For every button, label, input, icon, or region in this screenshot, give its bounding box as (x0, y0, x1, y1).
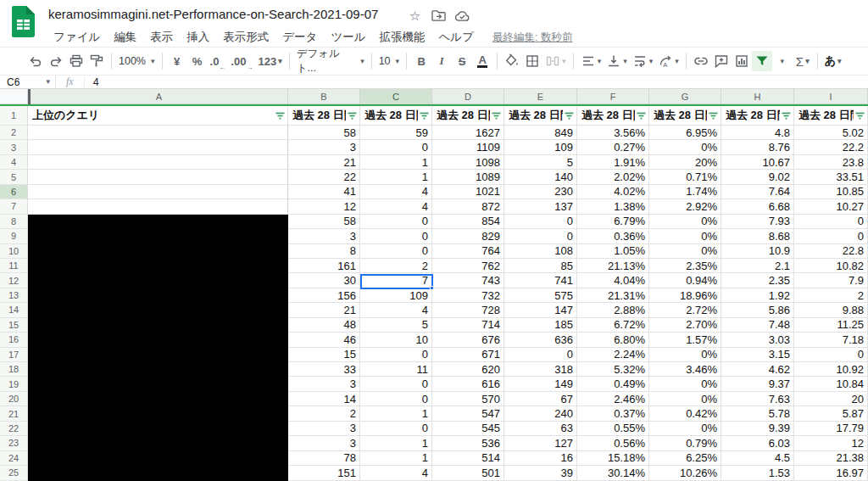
cell-I25[interactable]: 16.97 (794, 466, 868, 480)
cell-E20[interactable]: 67 (504, 392, 577, 406)
text-color-button[interactable]: A (472, 51, 492, 71)
cell-F16[interactable]: 6.80% (577, 333, 649, 347)
cell-E15[interactable]: 185 (504, 318, 577, 333)
filter-icon[interactable] (565, 111, 574, 120)
cell-G17[interactable]: 0% (649, 348, 721, 362)
cell-G16[interactable]: 1.57% (649, 333, 721, 347)
zoom-select[interactable]: 100%▾ (116, 51, 158, 71)
cell-B19[interactable]: 3 (288, 377, 360, 391)
cell-G20[interactable]: 0% (649, 392, 721, 406)
cell-H1[interactable]: 過去 28 日間 (721, 106, 794, 126)
cell-B23[interactable]: 3 (288, 436, 360, 450)
cell-H9[interactable]: 8.68 (721, 229, 794, 243)
cell-B6[interactable]: 41 (288, 185, 360, 199)
column-header-I[interactable]: I (794, 89, 868, 104)
column-header-H[interactable]: H (721, 89, 794, 104)
cell-D18[interactable]: 620 (432, 362, 504, 377)
cell-B10[interactable]: 8 (288, 244, 360, 259)
menu-item-データ[interactable]: データ (275, 28, 324, 47)
print-button[interactable] (66, 51, 86, 71)
cell-I11[interactable]: 10.82 (794, 259, 868, 273)
cell-B20[interactable]: 14 (288, 392, 360, 406)
cell-F13[interactable]: 21.31% (577, 288, 649, 303)
cell-I22[interactable]: 17.79 (794, 422, 868, 436)
row-header-6[interactable]: 6 (0, 185, 28, 199)
cell-A2[interactable] (28, 126, 288, 140)
cell-C2[interactable]: 59 (360, 126, 432, 140)
row-header-3[interactable]: 3 (0, 140, 28, 154)
cell-B4[interactable]: 21 (288, 155, 360, 170)
cell-H16[interactable]: 3.03 (721, 333, 794, 347)
cell-E3[interactable]: 109 (504, 140, 577, 154)
cell-D10[interactable]: 764 (432, 244, 504, 259)
cell-F3[interactable]: 0.27% (577, 140, 649, 154)
cell-D23[interactable]: 536 (432, 436, 504, 450)
row-header-18[interactable]: 18 (0, 362, 28, 377)
cell-D5[interactable]: 1089 (432, 170, 504, 184)
cell-E6[interactable]: 230 (504, 185, 577, 199)
filter-icon[interactable] (348, 111, 357, 120)
cell-D11[interactable]: 762 (432, 259, 504, 273)
cell-C13[interactable]: 109 (360, 288, 432, 303)
cell-B3[interactable]: 3 (288, 140, 360, 154)
cell-E23[interactable]: 127 (504, 436, 577, 450)
filter-views-button[interactable]: ▾ (772, 51, 793, 71)
cell-C3[interactable]: 0 (360, 140, 432, 154)
cell-I3[interactable]: 22.2 (794, 140, 868, 154)
cell-I13[interactable]: 2 (794, 288, 868, 303)
cell-C11[interactable]: 2 (360, 259, 432, 273)
last-edit-link[interactable]: 最終編集: 数秒前 (492, 31, 572, 45)
cell-C19[interactable]: 0 (360, 377, 432, 391)
cell-F10[interactable]: 1.05% (577, 244, 649, 259)
cell-E7[interactable]: 137 (504, 199, 577, 214)
cell-B24[interactable]: 78 (288, 451, 360, 466)
formula-input[interactable]: 4 (84, 76, 108, 88)
cell-F20[interactable]: 2.46% (577, 392, 649, 406)
row-header-24[interactable]: 24 (0, 451, 28, 466)
cell-D16[interactable]: 676 (432, 333, 504, 347)
cell-H3[interactable]: 8.76 (721, 140, 794, 154)
cell-B9[interactable]: 3 (288, 229, 360, 243)
font-family-select[interactable]: デフォルト...▾ (294, 51, 367, 71)
cell-C14[interactable]: 4 (360, 303, 432, 317)
cell-I17[interactable]: 0 (794, 348, 868, 362)
cell-A4[interactable] (28, 155, 288, 170)
cell-F25[interactable]: 30.14% (577, 466, 649, 480)
filter-icon[interactable] (492, 111, 501, 120)
menu-item-ファイル[interactable]: ファイル (47, 28, 107, 47)
row-header-8[interactable]: 8 (0, 215, 28, 229)
cell-I18[interactable]: 10.92 (794, 362, 868, 377)
cell-E18[interactable]: 318 (504, 362, 577, 377)
cell-H2[interactable]: 4.8 (721, 126, 794, 140)
menu-item-ツール[interactable]: ツール (324, 28, 372, 47)
cell-G21[interactable]: 0.42% (649, 406, 721, 421)
cell-I21[interactable]: 5.87 (794, 406, 868, 421)
cell-E19[interactable]: 149 (504, 377, 577, 391)
cell-F8[interactable]: 6.79% (577, 215, 649, 229)
cell-F9[interactable]: 0.36% (577, 229, 649, 243)
cell-D20[interactable]: 570 (432, 392, 504, 406)
cell-B14[interactable]: 21 (288, 303, 360, 317)
cell-H7[interactable]: 6.68 (721, 199, 794, 214)
cell-F14[interactable]: 2.88% (577, 303, 649, 317)
cell-D9[interactable]: 829 (432, 229, 504, 243)
cell-I20[interactable]: 20 (794, 392, 868, 406)
merge-cells-button[interactable]: ▾ (542, 51, 569, 71)
cell-H21[interactable]: 5.78 (721, 406, 794, 421)
column-header-G[interactable]: G (649, 89, 721, 104)
cell-A5[interactable] (28, 170, 288, 184)
cell-D25[interactable]: 501 (432, 466, 504, 480)
cell-F22[interactable]: 0.55% (577, 422, 649, 436)
row-header-5[interactable]: 5 (0, 170, 28, 184)
cell-G24[interactable]: 6.25% (649, 451, 721, 466)
name-box[interactable]: C6 ▾ (0, 76, 56, 88)
cell-E9[interactable]: 0 (504, 229, 577, 243)
cell-G23[interactable]: 0.79% (649, 436, 721, 450)
cell-D2[interactable]: 1627 (432, 126, 504, 140)
row-header-9[interactable]: 9 (0, 229, 28, 243)
column-header-C[interactable]: C (360, 89, 432, 104)
cell-E8[interactable]: 0 (504, 215, 577, 229)
cell-D6[interactable]: 1021 (432, 185, 504, 199)
cell-F11[interactable]: 21.13% (577, 259, 649, 273)
row-header-4[interactable]: 4 (0, 155, 28, 170)
